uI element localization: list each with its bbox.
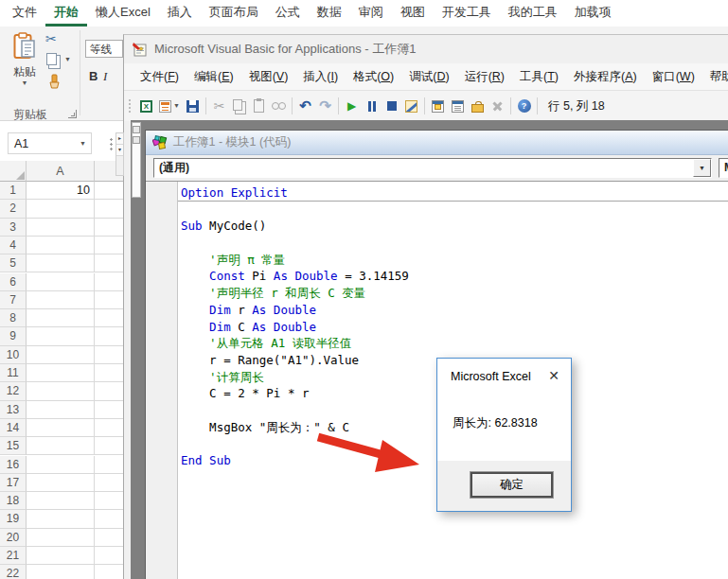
cut-icon[interactable]: ✂ — [45, 31, 57, 46]
copy-icon[interactable] — [230, 96, 248, 115]
vba-menu-V[interactable]: 视图(V) — [241, 64, 296, 90]
cell-A14[interactable] — [27, 419, 95, 437]
ribbon-tab-我的工具[interactable]: 我的工具 — [500, 0, 566, 26]
cell-B6[interactable] — [95, 273, 125, 291]
row-header-14[interactable]: 14 — [0, 419, 27, 437]
row-header-21[interactable]: 21 — [0, 547, 27, 565]
ribbon-tab-插入[interactable]: 插入 — [159, 0, 201, 26]
row-header-7[interactable]: 7 — [0, 291, 27, 309]
cell-A11[interactable] — [27, 364, 95, 382]
find-icon[interactable] — [270, 96, 288, 115]
cell-A16[interactable] — [27, 456, 95, 474]
cell-B17[interactable] — [95, 474, 125, 492]
cell-A15[interactable] — [27, 437, 95, 455]
ribbon-tab-数据[interactable]: 数据 — [309, 0, 350, 26]
cell-B4[interactable] — [95, 237, 125, 254]
cell-B2[interactable] — [95, 200, 125, 218]
vba-menu-O[interactable]: 格式(O) — [346, 64, 401, 90]
vba-menu-E[interactable]: 编辑(E) — [186, 64, 241, 90]
ribbon-tab-审阅[interactable]: 审阅 — [350, 0, 392, 26]
italic-button[interactable]: I — [103, 69, 107, 84]
cell-A10[interactable] — [27, 346, 95, 364]
cell-B19[interactable] — [95, 510, 125, 528]
properties-window-icon[interactable] — [449, 96, 467, 115]
cell-A7[interactable] — [27, 291, 95, 309]
ribbon-tab-懒人Excel[interactable]: 懒人Excel — [87, 0, 159, 26]
row-header-16[interactable]: 16 — [0, 456, 27, 474]
vba-title-bar[interactable]: Microsoft Visual Basic for Applications … — [124, 35, 728, 63]
procedure-combo[interactable]: MyCode — [719, 158, 728, 178]
help-icon[interactable]: ? — [515, 96, 533, 115]
row-header-12[interactable]: 12 — [0, 382, 27, 400]
cell-A20[interactable] — [27, 529, 95, 547]
cell-A18[interactable] — [27, 492, 95, 510]
cell-A22[interactable] — [27, 565, 95, 579]
row-header-20[interactable]: 20 — [0, 529, 27, 547]
format-painter-icon[interactable] — [45, 74, 62, 91]
cell-A17[interactable] — [27, 474, 95, 492]
row-header-18[interactable]: 18 — [0, 492, 27, 510]
code-window-title-bar[interactable]: 工作簿1 - 模块1 (代码) — [146, 131, 728, 155]
clipboard-dialog-launcher[interactable] — [68, 110, 77, 118]
toolbox-icon[interactable] — [469, 96, 487, 115]
ribbon-tab-公式[interactable]: 公式 — [267, 0, 309, 26]
cell-A13[interactable] — [27, 401, 95, 419]
cell-A3[interactable] — [27, 219, 95, 237]
vba-menu-D[interactable]: 调试(D) — [401, 64, 456, 90]
paste-button[interactable]: 粘贴 ▼ — [8, 32, 42, 106]
mini-scrollbar[interactable]: ▸▾ — [115, 132, 124, 176]
ribbon-tab-开始[interactable]: 开始 — [45, 0, 87, 26]
tools-disabled-icon[interactable] — [488, 96, 506, 115]
cell-A8[interactable] — [27, 309, 95, 327]
toolbar-drag-handle[interactable] — [128, 98, 132, 114]
view-excel-icon[interactable]: X — [137, 96, 155, 115]
row-header-4[interactable]: 4 — [0, 237, 27, 254]
cell-B20[interactable] — [95, 529, 125, 547]
name-box-dropdown-icon[interactable]: ▼ — [80, 133, 86, 154]
row-header-10[interactable]: 10 — [0, 346, 27, 364]
redo-icon[interactable]: ↷ — [316, 96, 334, 115]
cell-A1[interactable]: 10 — [27, 182, 95, 200]
cell-B21[interactable] — [95, 547, 125, 565]
row-header-13[interactable]: 13 — [0, 401, 27, 419]
worksheet-grid[interactable]: A 1102345678910111213141516171819202122 — [0, 161, 125, 579]
object-combo[interactable]: (通用) ▼ — [153, 158, 712, 178]
cell-B14[interactable] — [95, 419, 125, 437]
name-box[interactable]: A1 ▼ — [8, 132, 92, 154]
undo-icon[interactable]: ↶ — [296, 96, 314, 115]
cell-A6[interactable] — [27, 273, 95, 291]
reset-icon[interactable] — [382, 96, 400, 115]
cell-B11[interactable] — [95, 364, 125, 382]
cell-B1[interactable] — [95, 182, 125, 200]
row-header-15[interactable]: 15 — [0, 437, 27, 455]
vba-menu-F[interactable]: 文件(F) — [133, 64, 186, 90]
ribbon-tab-文件[interactable]: 文件 — [4, 0, 45, 26]
cell-A4[interactable] — [27, 237, 95, 254]
cell-A9[interactable] — [27, 327, 95, 345]
cell-B5[interactable] — [95, 254, 125, 272]
select-all-corner[interactable] — [0, 161, 27, 182]
cell-B15[interactable] — [95, 437, 125, 455]
cell-B7[interactable] — [95, 291, 125, 309]
ribbon-tab-加载项[interactable]: 加载项 — [566, 0, 620, 26]
vba-menu-H[interactable]: 帮助(H) — [702, 64, 728, 90]
cell-B3[interactable] — [95, 219, 125, 237]
paste-dropdown-caret[interactable]: ▼ — [8, 80, 42, 86]
docked-window-edge[interactable] — [132, 122, 141, 198]
row-header-8[interactable]: 8 — [0, 309, 27, 327]
copy-icon[interactable] — [46, 53, 57, 65]
project-explorer-icon[interactable] — [429, 96, 447, 115]
row-header-19[interactable]: 19 — [0, 510, 27, 528]
close-icon[interactable]: ✕ — [548, 368, 559, 383]
row-header-3[interactable]: 3 — [0, 219, 27, 237]
paste-icon[interactable] — [250, 96, 268, 115]
vba-menu-W[interactable]: 窗口(W) — [645, 64, 702, 90]
run-icon[interactable]: ▶ — [343, 96, 361, 115]
cell-A19[interactable] — [27, 510, 95, 528]
row-header-9[interactable]: 9 — [0, 327, 27, 345]
row-header-2[interactable]: 2 — [0, 200, 27, 218]
vba-menu-R[interactable]: 运行(R) — [457, 64, 512, 90]
row-header-1[interactable]: 1 — [0, 182, 27, 200]
cell-A2[interactable] — [27, 200, 95, 218]
copy-dropdown-caret[interactable]: ▼ — [64, 57, 71, 62]
